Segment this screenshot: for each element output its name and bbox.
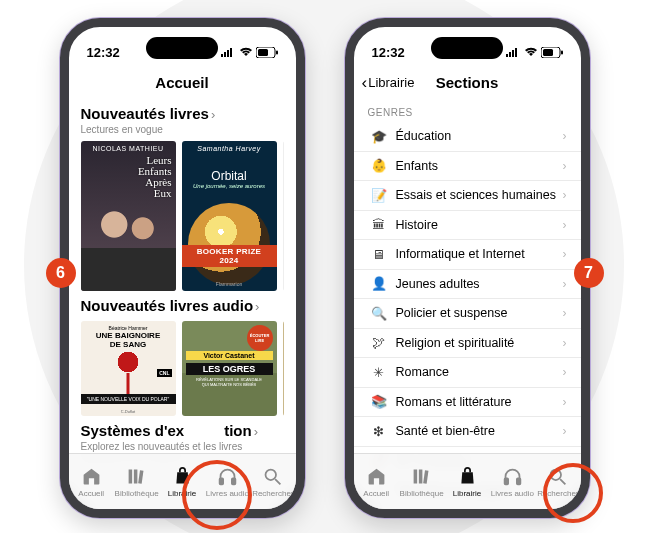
- genre-label: Informatique et Internet: [390, 247, 563, 261]
- section-new-audiobooks[interactable]: Nouveautés livres audio› Béatrice Hammer…: [69, 291, 296, 416]
- chevron-right-icon: ›: [563, 395, 567, 409]
- tab-label: Accueil: [363, 489, 389, 498]
- genre-label: Essais et sciences humaines: [390, 188, 563, 202]
- genre-label: Policier et suspense: [390, 306, 563, 320]
- headphones-icon: [502, 466, 523, 487]
- svg-rect-10: [220, 478, 224, 484]
- genre-item[interactable]: 🕊Religion et spiritualité›: [354, 329, 581, 359]
- page-header: ‹Librairie Sections: [354, 67, 581, 99]
- tab-label: Rechercher: [537, 489, 578, 498]
- book-cover-partial[interactable]: [283, 141, 284, 291]
- tab-rechercher[interactable]: Rechercher: [535, 454, 580, 509]
- svg-rect-17: [515, 48, 517, 57]
- tab-librairie[interactable]: Librairie: [159, 454, 204, 509]
- chevron-right-icon: ›: [563, 336, 567, 350]
- audiobook-quote-band: "UNE NOUVELLE VOIX DU POLAR": [81, 394, 176, 404]
- tab-librairie[interactable]: Librairie: [444, 454, 489, 509]
- genre-item[interactable]: 🔍Policier et suspense›: [354, 299, 581, 329]
- genre-icon: 🔍: [368, 306, 390, 321]
- genre-icon: 🏛: [368, 217, 390, 232]
- genre-item[interactable]: 🖥Informatique et Internet›: [354, 240, 581, 270]
- genre-icon: ✳: [368, 365, 390, 380]
- tab-livres-audio[interactable]: Livres audio: [205, 454, 250, 509]
- genre-label: Religion et spiritualité: [390, 336, 563, 350]
- status-indicators: [506, 47, 563, 58]
- chevron-right-icon: ›: [563, 247, 567, 261]
- genre-item[interactable]: 👤Jeunes adultes›: [354, 270, 581, 300]
- genre-label: Romance: [390, 365, 563, 379]
- genre-icon: 📚: [368, 394, 390, 409]
- chevron-right-icon: ›: [563, 306, 567, 320]
- book-cover-mathieu[interactable]: NICOLAS MATHIEU Leurs Enfants Après Eux: [81, 141, 176, 291]
- status-time: 12:32: [87, 45, 120, 60]
- tab-bibliotheque[interactable]: Bibliothèque: [399, 454, 444, 509]
- genre-item[interactable]: ❇Santé et bien-être›: [354, 417, 581, 447]
- genre-item[interactable]: 👶Enfants›: [354, 152, 581, 182]
- svg-rect-14: [506, 54, 508, 57]
- svg-rect-6: [276, 50, 278, 54]
- genre-label: Jeunes adultes: [390, 277, 563, 291]
- audiobook-cover-baignoire[interactable]: Béatrice Hammer UNE BAIGNOIRE DE SANG CN…: [81, 321, 176, 416]
- prize-banner: BOOKER PRIZE2024: [182, 245, 277, 267]
- genre-icon: 🎓: [368, 129, 390, 144]
- page-title: Accueil: [69, 67, 296, 99]
- chevron-right-icon: ›: [211, 107, 215, 122]
- svg-point-12: [266, 469, 277, 480]
- tab-bibliotheque[interactable]: Bibliothèque: [114, 454, 159, 509]
- home-icon: [366, 466, 387, 487]
- section-subtitle: Lectures en vogue: [81, 124, 284, 135]
- chevron-right-icon: ›: [563, 188, 567, 202]
- svg-rect-21: [414, 469, 418, 483]
- audiobook-title: LES OGRES: [186, 363, 273, 375]
- svg-rect-23: [423, 470, 428, 483]
- library-icon: [126, 466, 147, 487]
- tab-label: Livres audio: [491, 489, 534, 498]
- svg-rect-1: [224, 52, 226, 57]
- dynamic-island: [431, 37, 503, 59]
- genre-item[interactable]: 🎓Éducation›: [354, 122, 581, 152]
- genre-label: Santé et bien-être: [390, 424, 563, 438]
- tab-label: Rechercher: [252, 489, 293, 498]
- battery-icon: [541, 47, 563, 58]
- tab-rechercher[interactable]: Rechercher: [250, 454, 295, 509]
- svg-rect-15: [509, 52, 511, 57]
- book-cover-orbital[interactable]: Samantha Harvey Une journée, seize auror…: [182, 141, 277, 291]
- svg-rect-8: [134, 469, 138, 483]
- audiobook-author-band: Victor Castanet: [186, 351, 273, 360]
- section-title: Nouveautés livres audio: [81, 297, 254, 314]
- genre-icon: 👤: [368, 276, 390, 291]
- genre-icon: 🖥: [368, 247, 390, 262]
- svg-rect-24: [505, 478, 509, 484]
- genre-item[interactable]: 📚Romans et littérature›: [354, 388, 581, 418]
- genre-label: Histoire: [390, 218, 563, 232]
- library-icon: [411, 466, 432, 487]
- chevron-right-icon: ›: [254, 424, 258, 439]
- tab-accueil[interactable]: Accueil: [69, 454, 114, 509]
- step-badge-7: 7: [574, 258, 604, 288]
- tab-accueil[interactable]: Accueil: [354, 454, 399, 509]
- genre-item[interactable]: ✳Romance›: [354, 358, 581, 388]
- wifi-icon: [524, 47, 538, 57]
- genre-label: Romans et littérature: [390, 395, 563, 409]
- genre-icon: 🕊: [368, 335, 390, 350]
- page-title: Sections: [436, 74, 499, 91]
- cnl-badge: CNL: [157, 369, 171, 377]
- genre-item[interactable]: 📝Essais et sciences humaines›: [354, 181, 581, 211]
- book-subtitle-small: Une journée, seize aurores: [182, 183, 277, 189]
- bag-icon: [457, 466, 478, 487]
- genre-item[interactable]: 🏛Histoire›: [354, 211, 581, 241]
- svg-rect-20: [561, 50, 563, 54]
- genre-icon: 📝: [368, 188, 390, 203]
- wifi-icon: [239, 47, 253, 57]
- bag-icon: [172, 466, 193, 487]
- tab-bar: Accueil Bibliothèque Librairie Livres au…: [69, 453, 296, 509]
- audiobook-cover-ogres[interactable]: ÉCOUTER LIRE Victor Castanet LES OGRES R…: [182, 321, 277, 416]
- section-new-books[interactable]: Nouveautés livres› Lectures en vogue NIC…: [69, 99, 296, 291]
- genres-heading: GENRES: [354, 99, 581, 122]
- audiobook-cover-partial[interactable]: [283, 321, 284, 416]
- svg-rect-3: [230, 48, 232, 57]
- tab-livres-audio[interactable]: Livres audio: [490, 454, 535, 509]
- genre-label: Enfants: [390, 159, 563, 173]
- back-button[interactable]: ‹Librairie: [362, 67, 415, 99]
- chevron-right-icon: ›: [255, 299, 259, 314]
